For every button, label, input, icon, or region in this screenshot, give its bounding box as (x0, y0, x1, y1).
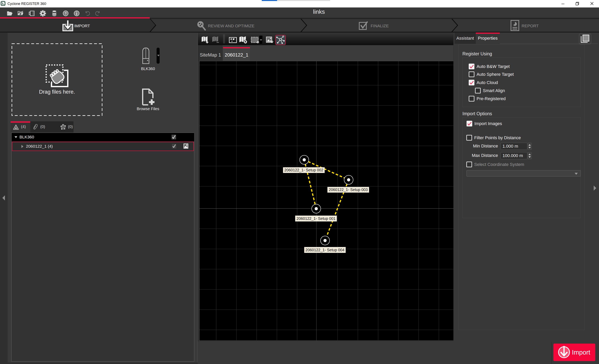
svg-text:?: ? (65, 12, 67, 15)
